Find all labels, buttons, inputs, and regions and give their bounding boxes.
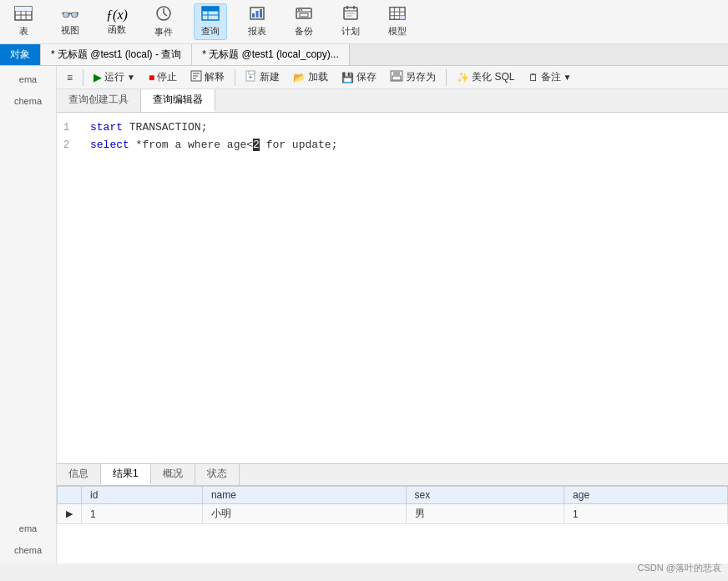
toolbar-event[interactable]: 事件 (147, 3, 180, 40)
sidebar-label-2: chema (14, 96, 42, 106)
code-line-1: 1 start TRANSACTION; (57, 119, 728, 137)
bottom-tabs: 信息 结果1 概况 状态 (57, 464, 728, 486)
toolbar-schedule[interactable]: 计划 (334, 4, 367, 39)
run-icon: ▶ (94, 71, 102, 83)
svg-rect-5 (15, 7, 32, 11)
svg-rect-22 (300, 13, 308, 17)
result-table: id name sex age ▶ 1 小明 男 1 (57, 486, 728, 524)
sidebar-label-1: ema (19, 74, 37, 84)
sidebar-item-schema1[interactable]: ema (0, 69, 56, 89)
sidebar-item-schema2[interactable]: chema (0, 91, 56, 111)
save-icon: 💾 (341, 72, 354, 83)
explain-button[interactable]: 解释 (185, 68, 230, 86)
top-toolbar: 表 👓 视图 ƒ(x) 函数 事件 查询 (0, 0, 728, 44)
svg-rect-17 (260, 9, 262, 18)
comment-dropdown-icon: ▼ (564, 73, 572, 82)
separator-2 (235, 69, 235, 86)
sidebar-item-schema4[interactable]: chema (0, 540, 56, 560)
toolbar-report[interactable]: 报表 (240, 4, 274, 39)
comment-label: 备注 (541, 70, 561, 84)
report-icon (249, 6, 265, 23)
svg-point-20 (298, 9, 300, 11)
col-indicator (58, 487, 82, 504)
cell-age: 1 (564, 504, 728, 524)
toolbar-model-label: 模型 (388, 25, 407, 38)
second-toolbar: ≡ ▶ 运行 ▼ ■ 停止 (57, 66, 728, 89)
menu-button[interactable]: ≡ (62, 70, 78, 85)
tab-query2[interactable]: * 无标题 @test1 (local_copy)... (192, 44, 350, 65)
sidebar-label-3: ema (19, 523, 37, 533)
toolbar-function-label: 函数 (108, 23, 126, 36)
beautify-button[interactable]: ✨ 美化 SQL (452, 68, 519, 86)
tab-object[interactable]: 对象 (0, 44, 41, 65)
load-icon: 📂 (293, 72, 306, 83)
toolbar-table[interactable]: 表 (7, 4, 40, 39)
separator-3 (446, 69, 447, 86)
cursor: 2 (253, 139, 260, 151)
svg-rect-45 (393, 71, 400, 75)
svg-rect-13 (202, 7, 219, 11)
watermark: CSDN @落叶的悲哀 (638, 562, 721, 563)
bottom-tab-status[interactable]: 状态 (195, 464, 240, 485)
hamburger-icon: ≡ (67, 72, 73, 83)
editor-tab-editor[interactable]: 查询编辑器 (141, 89, 215, 112)
toolbar-model[interactable]: 模型 (381, 4, 414, 39)
line-number-1: 1 (63, 120, 80, 136)
toolbar-backup[interactable]: 备份 (287, 4, 321, 39)
stop-label: 停止 (157, 70, 177, 84)
table-row: ▶ 1 小明 男 1 (58, 504, 728, 524)
save-as-button[interactable]: 另存为 (385, 68, 441, 86)
stop-button[interactable]: ■ 停止 (144, 68, 182, 86)
col-id: id (82, 487, 203, 504)
code-content-2: select *from a where age<2 for update; (90, 137, 337, 154)
event-icon (155, 5, 172, 24)
bottom-panel: 信息 结果1 概况 状态 id name sex age (57, 463, 728, 563)
load-button[interactable]: 📂 加载 (288, 68, 333, 86)
cell-sex: 男 (406, 504, 564, 524)
toolbar-backup-label: 备份 (295, 25, 313, 38)
comment-button[interactable]: 🗒 备注 ▼ (523, 68, 577, 86)
main-layout: ema chema ema chema ≡ ▶ 运行 ▼ (0, 66, 728, 563)
run-button[interactable]: ▶ 运行 ▼ (88, 68, 140, 86)
bottom-tab-info[interactable]: 信息 (57, 464, 101, 485)
save-label: 保存 (356, 70, 377, 84)
tab-query1[interactable]: * 无标题 @test1 (local) - 查询 (41, 44, 192, 65)
svg-rect-46 (392, 76, 401, 80)
col-sex: sex (406, 487, 564, 504)
toolbar-schedule-label: 计划 (341, 25, 360, 38)
query-icon (201, 6, 220, 23)
editor-tab-builder[interactable]: 查询创建工具 (57, 89, 141, 112)
svg-rect-34 (400, 16, 405, 20)
toolbar-query-label: 查询 (201, 25, 220, 38)
save-as-icon (390, 70, 403, 84)
line-number-2: 2 (63, 138, 80, 154)
code-content-1: start TRANSACTION; (90, 119, 207, 137)
new-button[interactable]: + 新建 (240, 68, 285, 86)
bottom-tab-overview[interactable]: 概况 (151, 464, 195, 485)
load-label: 加载 (308, 70, 328, 84)
toolbar-view[interactable]: 👓 视图 (53, 6, 87, 38)
view-icon: 👓 (61, 8, 79, 23)
code-editor[interactable]: 1 start TRANSACTION; 2 select *from a wh… (57, 113, 728, 463)
beautify-label: 美化 SQL (472, 70, 514, 84)
backup-icon (295, 6, 313, 23)
cell-id: 1 (82, 504, 203, 524)
model-icon (389, 6, 406, 23)
toolbar-function[interactable]: ƒ(x) 函数 (100, 7, 134, 38)
explain-label: 解释 (205, 70, 225, 84)
stop-icon: ■ (149, 72, 154, 83)
table-icon (14, 6, 33, 23)
sidebar: ema chema ema chema (0, 66, 57, 563)
save-button[interactable]: 💾 保存 (336, 68, 382, 86)
col-age: age (564, 487, 728, 504)
svg-point-21 (301, 9, 302, 11)
svg-line-8 (164, 13, 167, 16)
explain-icon (190, 70, 202, 84)
bottom-tab-result1[interactable]: 结果1 (101, 464, 151, 485)
result-container: id name sex age ▶ 1 小明 男 1 (57, 486, 728, 563)
toolbar-table-label: 表 (19, 25, 28, 38)
toolbar-query[interactable]: 查询 (194, 3, 227, 40)
content-area: ≡ ▶ 运行 ▼ ■ 停止 (57, 66, 728, 563)
editor-tabs: 查询创建工具 查询编辑器 (57, 89, 728, 113)
sidebar-item-schema3[interactable]: ema (0, 518, 56, 538)
